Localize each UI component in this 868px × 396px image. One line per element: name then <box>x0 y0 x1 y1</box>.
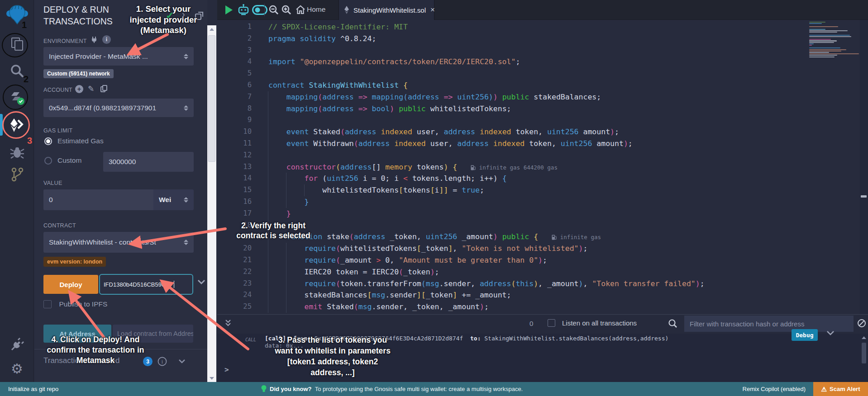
forward-chevron-icon[interactable]: › <box>182 9 185 19</box>
log-expand-chevron-icon[interactable] <box>826 330 835 336</box>
constructor-args-input[interactable]: IFD1380b4D516CB59c93" <box>99 274 193 295</box>
editor-minimap[interactable] <box>809 22 861 58</box>
code-line[interactable]: 15 whitelistedTokens[tokens[i]] = true; <box>217 184 868 196</box>
code-line[interactable]: 17 } <box>217 208 868 220</box>
debugger-icon[interactable] <box>0 146 34 160</box>
code-line[interactable]: 21 require(_amount > 0, "Amount must be … <box>217 255 868 266</box>
environment-select[interactable]: Injected Provider - MetaMask ... <box>43 47 194 66</box>
code-editor[interactable]: 1// SPDX-License-Identifier: MIT2pragma … <box>217 20 868 314</box>
at-address-button[interactable]: At Address <box>43 325 111 343</box>
clear-console-icon[interactable] <box>857 319 866 328</box>
terminal-search-icon[interactable] <box>668 319 677 328</box>
custom-gas-radio[interactable]: Custom <box>44 156 81 165</box>
zoom-out-icon[interactable] <box>268 0 280 20</box>
transactions-info-icon[interactable]: i <box>157 357 167 366</box>
copilot-toggle-icon[interactable] <box>252 0 268 20</box>
zoom-in-icon[interactable] <box>281 0 292 20</box>
code-line[interactable]: 24 stakedBalances[msg.sender][_token] +=… <box>217 289 868 301</box>
code-line[interactable]: 6contract StakingWithWhitelist { <box>217 80 868 91</box>
code-line[interactable]: 19 function stake(address _token, uint25… <box>217 231 868 243</box>
scroll-down-button[interactable] <box>207 374 216 382</box>
terminal-prompt[interactable]: > <box>224 365 229 374</box>
panel-scrollbar[interactable] <box>207 25 216 382</box>
scam-alert-badge[interactable]: ⚠ Scam Alert <box>813 382 868 396</box>
expand-args-chevron-icon[interactable] <box>197 279 205 285</box>
file-explorer-icon[interactable] <box>0 35 34 52</box>
code-line[interactable]: 12 <box>217 150 868 161</box>
home-tab-label[interactable]: Home <box>307 5 325 14</box>
code-line[interactable]: 3 <box>217 45 868 57</box>
plug-small-icon[interactable] <box>91 36 97 43</box>
code-line[interactable]: 7 mapping(address => mapping(address => … <box>217 91 868 103</box>
code-line[interactable]: 8 mapping(address => bool) public whitel… <box>217 103 868 115</box>
ai-assistant-robot-icon[interactable] <box>237 0 250 20</box>
account-select[interactable]: 0x549...d874f (0.98821989737901 <box>43 99 194 117</box>
git-icon[interactable] <box>0 166 34 183</box>
code-line[interactable]: 9 <box>217 114 868 126</box>
code-line[interactable]: 13 constructor(address[] memory tokens) … <box>217 161 868 173</box>
code-line[interactable]: 5 <box>217 68 868 80</box>
account-value: 0x549...d874f (0.98821989737901 <box>49 104 156 112</box>
editor-scrollbar[interactable] <box>860 20 868 314</box>
terminal-scrollbar-thumb[interactable] <box>862 343 866 363</box>
publish-label: Publish to IPFS <box>59 300 107 308</box>
terminal: 0 Listen on all transactions Filter with… <box>217 314 868 382</box>
at-address-input[interactable]: Load contract from Addres <box>113 325 193 343</box>
deploy-and-run-icon[interactable] <box>0 116 34 135</box>
collapse-terminal-double-chevron-icon[interactable] <box>224 319 232 327</box>
custom-gas-input[interactable]: 3000000 <box>103 152 194 172</box>
scrollbar-handle[interactable] <box>861 195 867 198</box>
solidity-compiler-icon[interactable] <box>0 89 34 107</box>
copy-account-icon[interactable] <box>100 85 108 93</box>
debug-button[interactable]: Debug <box>792 329 818 341</box>
close-tab-icon[interactable]: × <box>430 5 435 14</box>
code-line[interactable]: 2pragma solidity ^0.8.24; <box>217 33 868 45</box>
code-line[interactable]: 1// SPDX-License-Identifier: MIT <box>217 21 868 33</box>
chevron-updown-icon <box>184 240 188 245</box>
contract-value: StakingWithWhitelist - contracts/St <box>49 238 156 246</box>
text-cursor <box>174 281 175 288</box>
code-line[interactable]: 10 event Staked(address indexed user, ad… <box>217 126 868 138</box>
sign-message-icon[interactable]: ✎ <box>88 84 94 94</box>
environment-info-icon[interactable]: i <box>102 35 111 44</box>
code-line[interactable]: 22 IERC20 token = IERC20(_token); <box>217 266 868 278</box>
transactions-recorded-label: Transactions recorded <box>43 356 120 365</box>
value-amount: 0 <box>49 196 53 204</box>
search-icon[interactable] <box>0 63 34 79</box>
value-input[interactable]: 0 <box>43 189 153 210</box>
contract-select[interactable]: StakingWithWhitelist - contracts/St <box>43 232 194 253</box>
code-line[interactable]: 16 } <box>217 196 868 208</box>
tab-stakingwithwhitelist[interactable]: StakingWithWhitelist.sol × <box>339 0 434 20</box>
log-line[interactable]: [call] from: 0x549BD967800987968764f6E3D… <box>265 335 668 342</box>
estimated-gas-radio[interactable]: Estimated Gas <box>44 137 104 145</box>
listen-all-checkbox[interactable] <box>548 319 555 327</box>
home-icon[interactable] <box>295 0 306 20</box>
plugin-manager-icon[interactable] <box>0 336 34 353</box>
code-line[interactable]: 4import "@openzeppelin/contracts/token/E… <box>217 56 868 68</box>
code-line[interactable]: 18 <box>217 220 868 231</box>
copilot-status[interactable]: Remix Copilot (enabled) <box>743 386 806 392</box>
scroll-up-button[interactable] <box>207 25 216 33</box>
radio-selected-icon <box>44 137 52 145</box>
run-script-play-icon[interactable] <box>224 0 234 20</box>
scrollbar-thumb[interactable] <box>208 35 215 162</box>
filter-placeholder: Filter with transaction hash or address <box>690 320 804 328</box>
filter-transactions-input[interactable]: Filter with transaction hash or address <box>684 316 854 332</box>
deploy-button[interactable]: Deploy <box>43 275 98 294</box>
code-line[interactable]: 20 require(whitelistedTokens[_token], "T… <box>217 243 868 255</box>
environment-label: ENVIRONMENT <box>43 38 87 44</box>
add-account-icon[interactable]: + <box>75 85 83 93</box>
code-line[interactable]: 14 for (uint256 i = 0; i < tokens.length… <box>217 173 868 184</box>
checkbox-icon <box>43 300 52 308</box>
code-line[interactable]: 11 event Withdrawn(address indexed user,… <box>217 138 868 150</box>
network-badge: Custom (59141) network <box>43 69 114 78</box>
remix-logo-icon[interactable] <box>0 4 34 25</box>
code-line[interactable]: 23 require(token.transferFrom(msg.sender… <box>217 278 868 290</box>
code-line[interactable]: 25 emit Staked(msg.sender, _token, _amou… <box>217 301 868 313</box>
git-init-status[interactable]: Initialize as git repo <box>8 386 58 392</box>
settings-gear-icon[interactable]: ⚙ <box>0 361 34 377</box>
publish-to-ipfs-checkbox[interactable]: Publish to IPFS <box>43 300 107 308</box>
pin-panel-icon[interactable] <box>195 11 205 21</box>
transactions-collapse-chevron-icon[interactable] <box>178 359 186 364</box>
value-unit-select[interactable]: Wei <box>153 189 194 210</box>
